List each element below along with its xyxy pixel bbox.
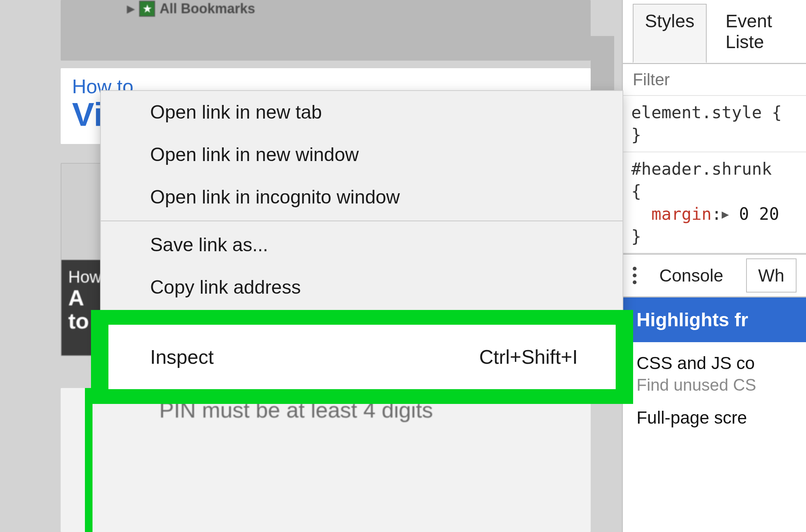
tab-whats-new[interactable]: Wh <box>746 258 797 293</box>
page-scrollbar-thumb[interactable] <box>591 36 614 93</box>
css-brace-close: } <box>631 227 641 246</box>
ctx-copy-link-address[interactable]: Copy link address <box>101 266 623 308</box>
suggestion-item[interactable]: CSS and JS co Find unused CS <box>637 353 792 394</box>
ctx-label: Inspect <box>150 346 214 368</box>
ctx-label: Open link in incognito window <box>150 186 400 208</box>
suggestion-item[interactable]: Full-page scre <box>637 407 792 430</box>
ctx-label: Open link in new window <box>150 144 359 166</box>
chevron-right-icon: ▶ <box>127 3 135 15</box>
styles-filter-input[interactable] <box>633 70 796 89</box>
ctx-inspect[interactable]: Inspect Ctrl+Shift+I <box>108 325 616 389</box>
ctx-open-new-window[interactable]: Open link in new window <box>101 133 623 176</box>
tab-event-listeners[interactable]: Event Liste <box>713 4 796 63</box>
suggestions-list: CSS and JS co Find unused CS Full-page s… <box>623 342 806 454</box>
ctx-shortcut: Ctrl+Shift+I <box>479 346 578 368</box>
tab-console[interactable]: Console <box>648 259 735 292</box>
ctx-separator <box>101 221 623 221</box>
suggestion-title: CSS and JS co <box>637 353 792 373</box>
expand-triangle-icon[interactable]: ▶ <box>721 206 729 222</box>
ctx-label: Open link in new tab <box>150 101 322 123</box>
devtools-styles-tabs: Styles Event Liste <box>623 0 806 64</box>
ctx-open-incognito[interactable]: Open link in incognito window <box>101 176 623 218</box>
bookmarks-bar-item[interactable]: ▶ ★ All Bookmarks <box>127 1 255 17</box>
star-icon: ★ <box>139 1 155 17</box>
drawer-tabs: Console Wh <box>623 255 806 297</box>
style-rule-element-style[interactable]: element.style { } <box>623 96 806 152</box>
highlights-banner: Highlights fr <box>623 297 806 342</box>
devtools-panel: Styles Event Liste element.style { } #he… <box>622 0 806 532</box>
article-card-pin: PIN must be at least 4 digits <box>61 388 591 532</box>
tab-styles[interactable]: Styles <box>633 4 707 63</box>
highlight-box: Inspect Ctrl+Shift+I <box>91 310 633 404</box>
devtools-drawer: Console Wh Highlights fr CSS and JS co F… <box>623 253 806 454</box>
left-accent-bar <box>85 388 93 532</box>
ctx-label: Save link as... <box>150 234 268 256</box>
css-property: margin <box>651 204 712 224</box>
css-value: 0 20 <box>739 204 779 224</box>
css-selector: #header.shrunk <box>631 159 772 178</box>
suggestion-title: Full-page scre <box>637 407 792 428</box>
css-brace-close: } <box>631 125 641 144</box>
article-card-top: ▶ ★ All Bookmarks <box>61 0 591 61</box>
ctx-save-link-as[interactable]: Save link as... <box>101 224 623 266</box>
styles-filter-row <box>623 64 806 96</box>
bookmarks-label: All Bookmarks <box>160 1 255 17</box>
ctx-label: Copy link address <box>150 276 301 298</box>
style-rule-header-shrunk[interactable]: #header.shrunk { margin:▶ 0 20 } <box>623 152 806 254</box>
ctx-open-new-tab[interactable]: Open link in new tab <box>101 91 623 133</box>
css-selector: element.style { <box>631 103 782 122</box>
css-brace-open: { <box>631 182 641 201</box>
kebab-menu-icon[interactable] <box>633 264 637 287</box>
suggestion-subtitle: Find unused CS <box>637 376 792 394</box>
